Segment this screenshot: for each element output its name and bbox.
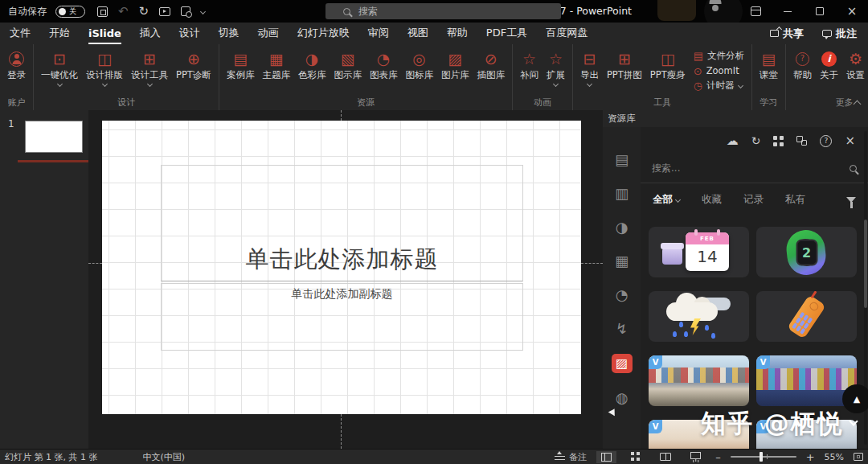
title-placeholder[interactable]: 单击此处添加标题 [161, 165, 523, 281]
zoom-out-button[interactable]: – [715, 452, 721, 462]
tab-review[interactable]: 审阅 [368, 23, 389, 44]
subtitle-placeholder[interactable]: 单击此处添加副标题 [161, 283, 523, 351]
org-icon[interactable] [796, 136, 807, 146]
save-icon[interactable] [97, 6, 108, 17]
slide-editing-area[interactable]: 单击此处添加标题 单击此处添加副标题 [102, 121, 581, 414]
export-button[interactable]: ⊟导出 [577, 47, 602, 86]
image-library-icon[interactable]: ▨ [612, 354, 633, 373]
tab-baidu-netdisk[interactable]: 百度网盘 [546, 23, 588, 44]
tab-islide[interactable]: iSlide [88, 23, 121, 44]
tab-transitions[interactable]: 切换 [219, 23, 240, 44]
reading-view-button[interactable] [655, 451, 676, 462]
language-button[interactable]: 中文(中国) [142, 451, 185, 463]
cloud-upload-icon[interactable]: ☁ [727, 135, 739, 147]
normal-view-button[interactable] [596, 451, 616, 463]
tab-pdf-tools[interactable]: PDF工具 [486, 23, 527, 44]
zoom-level[interactable]: 55% [825, 452, 844, 462]
refresh-icon[interactable]: ↻ [751, 135, 761, 146]
filter-tab-history[interactable]: 记录 [743, 193, 764, 207]
ppt-diagnose-button[interactable]: ⊕ PPT诊断 [173, 47, 215, 80]
resource-card-city-day-photo[interactable]: V [649, 355, 749, 406]
case-library-icon[interactable]: ▤ [612, 151, 632, 169]
touch-mode-icon[interactable] [181, 6, 190, 16]
extend-button[interactable]: ☆扩展 [543, 47, 568, 86]
tween-button[interactable]: ☆补间 [517, 47, 542, 80]
tab-help[interactable]: 帮助 [447, 23, 468, 44]
theme-library-button[interactable]: ▦主题库 [259, 47, 293, 80]
close-button[interactable]: × [836, 0, 868, 23]
image-library-button[interactable]: ▨图片库 [438, 47, 473, 80]
resource-card-retro-phone[interactable] [756, 291, 857, 342]
color-library-icon[interactable]: ◑ [612, 219, 632, 236]
layout-grid-icon[interactable] [773, 136, 784, 146]
diagram-library-button[interactable]: ▧图示库 [330, 47, 365, 80]
help-circle-icon[interactable]: ? [820, 135, 832, 147]
one-click-optimize-button[interactable]: ⊡ 一键优化 [38, 47, 81, 86]
tab-slideshow[interactable]: 幻灯片放映 [297, 23, 350, 44]
settings-button[interactable]: ⚙设置 [843, 47, 868, 80]
comments-button[interactable]: 批注 [822, 27, 857, 41]
resource-card-smartwatch[interactable]: 2 [756, 227, 857, 277]
case-library-icon: ▤ [233, 49, 248, 68]
tab-design[interactable]: 设计 [179, 23, 200, 44]
slide-thumbnail[interactable] [25, 121, 83, 153]
library-search-input[interactable]: 搜索... [641, 154, 868, 183]
ppt-slim-button[interactable]: ◫PPT瘦身 [647, 47, 689, 80]
notes-button[interactable]: 备注 [555, 451, 587, 463]
resource-card-calendar[interactable]: FEB 14 [649, 227, 749, 277]
theme-library-icon[interactable]: ▥ [612, 185, 632, 203]
fit-to-window-icon[interactable] [854, 453, 863, 461]
zoom-slider-thumb[interactable] [760, 452, 763, 462]
filter-funnel-icon[interactable] [846, 197, 856, 203]
zoom-in-button[interactable]: + [806, 452, 815, 462]
design-layout-button[interactable]: ◫ 设计排版 [83, 47, 126, 86]
help-button[interactable]: ?帮助 [790, 47, 815, 80]
tab-insert[interactable]: 插入 [140, 23, 161, 44]
icon-library-button[interactable]: ◎图标库 [402, 47, 436, 80]
illustration-library-button[interactable]: ⊘插图库 [473, 47, 508, 80]
search-box[interactable]: 搜索 [326, 3, 561, 19]
redo-icon[interactable]: ↻ [139, 6, 149, 18]
minimize-button[interactable] [772, 0, 804, 23]
case-library-button[interactable]: ▤案例库 [223, 47, 258, 80]
color-library-button[interactable]: ◑色彩库 [295, 47, 330, 80]
close-panel-icon[interactable]: × [845, 135, 855, 147]
maximize-button[interactable] [804, 0, 836, 23]
vertical-guide [341, 414, 342, 449]
tab-home[interactable]: 开始 [49, 23, 70, 44]
timer-button[interactable]: ◷计时器 [694, 80, 744, 92]
slide-sorter-button[interactable] [626, 450, 645, 463]
tab-file[interactable]: 文件 [10, 23, 31, 44]
zoomit-button[interactable]: ⊙ZoomIt [694, 65, 744, 76]
tab-animations[interactable]: 动画 [258, 23, 279, 44]
illustration-library-icon[interactable]: ◍ [612, 389, 632, 407]
filter-tab-favorites[interactable]: 收藏 [702, 193, 722, 207]
panel-toolbar: ☁ ↻ ? × [641, 127, 868, 154]
tween-icon: ☆ [522, 49, 536, 68]
icon-library-icon[interactable]: ↯ [612, 320, 632, 338]
share-icon [770, 30, 779, 37]
ribbon-display-options-button[interactable] [739, 0, 772, 23]
reading-view-icon [660, 453, 671, 461]
about-button[interactable]: i关于 [817, 47, 841, 80]
design-tools-button[interactable]: ⊞ 设计工具 [128, 47, 171, 86]
share-button[interactable]: 共享 [770, 27, 804, 41]
classroom-button[interactable]: ▤课堂 [756, 47, 781, 80]
start-slideshow-icon[interactable] [159, 7, 170, 16]
file-analysis-button[interactable]: ▤文件分析 [694, 50, 744, 62]
tab-view[interactable]: 视图 [407, 23, 428, 44]
panel-title: 资源库 [603, 110, 868, 127]
slideshow-button[interactable] [686, 450, 706, 463]
zoom-slider[interactable] [731, 456, 796, 458]
resource-card-storm-cloud[interactable] [649, 291, 749, 342]
filter-tab-private[interactable]: 私有 [785, 193, 805, 207]
undo-icon[interactable]: ↶ [118, 6, 129, 18]
login-button[interactable]: 登录 [4, 47, 29, 80]
autosave-toggle[interactable]: 关 [55, 6, 85, 18]
qat-customize-chevron-icon[interactable] [200, 8, 206, 14]
ppt-puzzle-button[interactable]: ⊞PPT拼图 [604, 47, 645, 80]
chart-library-icon[interactable]: ◔ [612, 286, 632, 304]
diagram-library-icon[interactable]: ▦ [612, 253, 632, 270]
filter-tab-all[interactable]: 全部 [653, 193, 680, 207]
chart-library-button[interactable]: ◔图表库 [366, 47, 401, 80]
